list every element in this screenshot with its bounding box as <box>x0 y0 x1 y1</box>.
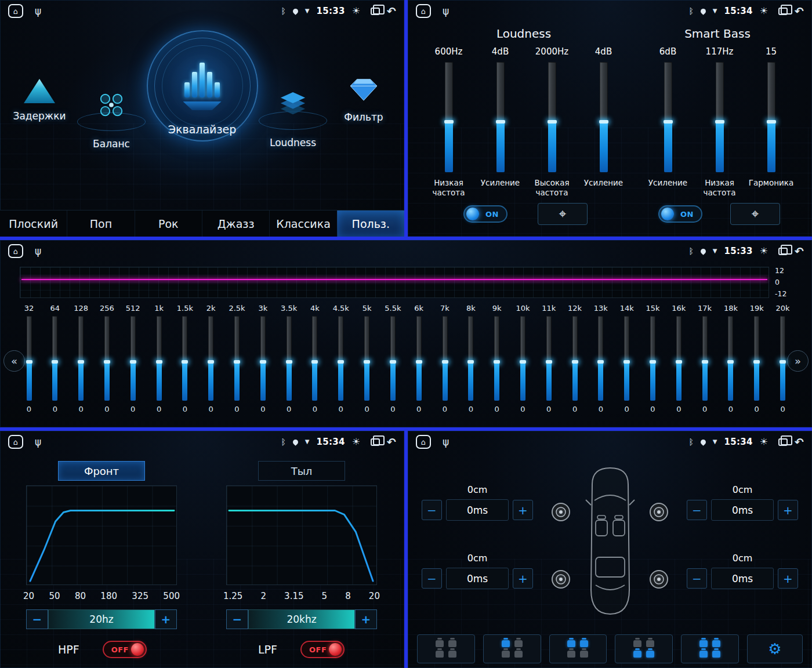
eq-band[interactable]: 5k 0 <box>356 304 379 413</box>
brightness-icon[interactable]: ☀ <box>760 437 768 446</box>
menu-item-loudness[interactable]: Loudness <box>257 92 329 148</box>
tone-slider[interactable]: 117Hz Низкая частота <box>694 46 745 198</box>
statusbar-right: ᛒ ▼ 15:33 ☀ ↶ <box>281 6 396 17</box>
menu-item-equalizer[interactable]: Эквалайзер <box>136 30 269 136</box>
eq-band[interactable]: 15k 0 <box>641 304 665 413</box>
delay-plus-button[interactable]: + <box>778 568 798 589</box>
home-icon[interactable]: ⌂ <box>8 244 23 258</box>
hpf-freq-value[interactable]: 20hz <box>48 609 155 629</box>
brightness-icon[interactable]: ☀ <box>760 6 768 16</box>
eq-band[interactable]: 4.5k 0 <box>329 304 353 413</box>
eq-band[interactable]: 14k 0 <box>615 304 639 413</box>
preset-tab[interactable]: Поп <box>67 210 134 237</box>
eq-band[interactable]: 13k 0 <box>589 304 612 413</box>
recent-apps-icon[interactable] <box>778 8 788 15</box>
back-icon[interactable]: ↶ <box>795 246 804 257</box>
recent-apps-icon[interactable] <box>371 438 380 446</box>
hpf-minus-button[interactable]: − <box>26 609 48 629</box>
eq-band[interactable]: 7k 0 <box>433 304 456 413</box>
recent-apps-icon[interactable] <box>778 438 788 446</box>
home-icon[interactable]: ⌂ <box>8 4 23 18</box>
delay-minus-button[interactable]: − <box>687 500 707 520</box>
brightness-icon[interactable]: ☀ <box>352 6 360 16</box>
menu-item-delays[interactable]: Задержки <box>7 79 72 122</box>
toggle-knob <box>661 208 674 220</box>
seat-preset-button[interactable] <box>681 634 739 663</box>
seat-preset-button[interactable] <box>483 634 541 663</box>
preset-tab[interactable]: Джазз <box>202 210 269 237</box>
eq-band[interactable]: 3k 0 <box>251 304 274 413</box>
delay-plus-button[interactable]: + <box>513 568 533 589</box>
eq-band[interactable]: 5.5k 0 <box>381 304 404 413</box>
smartbass-toggle[interactable]: ON <box>658 205 702 223</box>
back-icon[interactable]: ↶ <box>387 6 396 17</box>
eq-band[interactable]: 8k 0 <box>459 304 483 413</box>
loudness-reset-button[interactable]: ⌖ <box>538 203 588 225</box>
eq-band[interactable]: 2k 0 <box>200 304 223 413</box>
tone-slider[interactable]: 4dB Усиление <box>578 46 629 198</box>
eq-band[interactable]: 12k 0 <box>563 304 586 413</box>
hpf-plus-button[interactable]: + <box>155 609 177 629</box>
eq-band[interactable]: 19k 0 <box>745 304 768 413</box>
back-icon[interactable]: ↶ <box>387 437 396 448</box>
eq-band[interactable]: 18k 0 <box>719 304 742 413</box>
home-icon[interactable]: ⌂ <box>416 435 431 449</box>
slider-track <box>600 62 608 172</box>
back-icon[interactable]: ↶ <box>795 437 804 448</box>
lpf-freq-value[interactable]: 20khz <box>248 609 355 629</box>
recent-apps-icon[interactable] <box>371 8 380 15</box>
delay-plus-button[interactable]: + <box>778 500 798 520</box>
tone-slider[interactable]: 600Hz Низкая частота <box>423 46 474 198</box>
eq-band[interactable]: 9k 0 <box>485 304 509 413</box>
preset-tab[interactable]: Плоский <box>0 210 67 237</box>
eq-band[interactable]: 1k 0 <box>147 304 171 413</box>
eq-band[interactable]: 512 0 <box>121 304 144 413</box>
band-freq: 1k <box>147 304 171 313</box>
eq-prev-button[interactable]: « <box>3 350 25 372</box>
delay-plus-button[interactable]: + <box>513 500 533 520</box>
filter-tab[interactable]: Фронт <box>58 461 145 481</box>
lpf-plus-button[interactable]: + <box>355 609 377 629</box>
eq-band[interactable]: 10k 0 <box>511 304 534 413</box>
smartbass-reset-button[interactable]: ⌖ <box>730 203 780 225</box>
seat-preset-button[interactable] <box>615 634 673 663</box>
delay-settings-button[interactable]: ⚙ <box>747 634 803 663</box>
preset-tab[interactable]: Классика <box>269 210 336 237</box>
eq-band[interactable]: 2.5k 0 <box>226 304 249 413</box>
eq-band[interactable]: 16k 0 <box>667 304 690 413</box>
eq-band[interactable]: 11k 0 <box>537 304 560 413</box>
brightness-icon[interactable]: ☀ <box>352 437 360 446</box>
home-icon[interactable]: ⌂ <box>8 435 23 449</box>
slider-fill <box>445 122 453 172</box>
eq-band[interactable]: 128 0 <box>70 304 93 413</box>
home-icon[interactable]: ⌂ <box>416 4 431 18</box>
tone-slider[interactable]: 2000Hz Высокая частота <box>526 46 578 198</box>
delay-minus-button[interactable]: − <box>422 568 442 589</box>
delay-minus-button[interactable]: − <box>687 568 707 589</box>
tone-slider[interactable]: 6dB Усиление <box>642 46 694 198</box>
eq-band[interactable]: 256 0 <box>95 304 118 413</box>
lpf-minus-button[interactable]: − <box>226 609 248 629</box>
filter-tab[interactable]: Тыл <box>258 461 345 481</box>
preset-tab[interactable]: Польз. <box>337 210 404 237</box>
eq-band[interactable]: 6k 0 <box>407 304 430 413</box>
brightness-icon[interactable]: ☀ <box>760 246 768 256</box>
tone-slider[interactable]: 15 Гармоника <box>745 46 797 198</box>
eq-next-button[interactable]: » <box>787 350 809 372</box>
menu-item-filter[interactable]: Фильтр <box>331 78 396 123</box>
eq-band[interactable]: 3.5k 0 <box>277 304 300 413</box>
loudness-toggle[interactable]: ON <box>463 205 507 223</box>
tone-slider[interactable]: 4dB Усиление <box>474 46 526 198</box>
preset-tab[interactable]: Рок <box>135 210 202 237</box>
lpf-toggle[interactable]: OFF <box>300 641 345 658</box>
seat-preset-button[interactable] <box>549 634 607 663</box>
hpf-toggle[interactable]: OFF <box>103 641 147 658</box>
recent-apps-icon[interactable] <box>778 248 788 255</box>
eq-band[interactable]: 1.5k 0 <box>173 304 197 413</box>
seat-preset-button[interactable] <box>417 634 475 663</box>
back-icon[interactable]: ↶ <box>795 6 804 17</box>
eq-band[interactable]: 64 0 <box>44 304 67 413</box>
eq-band[interactable]: 17k 0 <box>693 304 716 413</box>
delay-minus-button[interactable]: − <box>422 500 442 520</box>
eq-band[interactable]: 4k 0 <box>303 304 327 413</box>
